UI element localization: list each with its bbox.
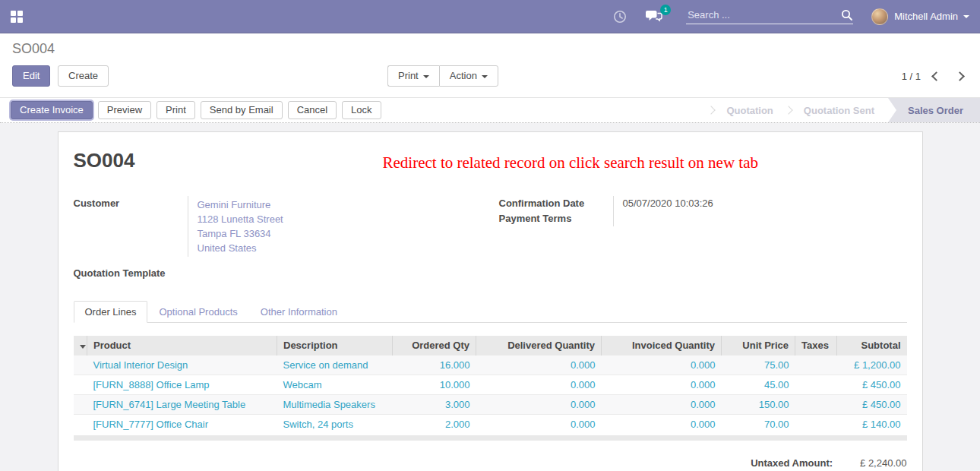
cell-subtotal[interactable]: £ 450.00 [837, 395, 907, 415]
row-expand-cell [74, 356, 87, 375]
cell-unit-price[interactable]: 75.00 [722, 356, 795, 375]
cell-product[interactable]: [FURN_7777] Office Chair [87, 415, 277, 435]
order-line-row[interactable]: [FURN_6741] Large Meeting TableMultimedi… [74, 395, 907, 415]
order-line-row[interactable]: [FURN_7777] Office ChairSwitch, 24 ports… [74, 415, 907, 435]
cell-description[interactable]: Multimedia Speakers [277, 395, 393, 415]
col-taxes[interactable]: Taxes [795, 336, 837, 356]
cell-taxes[interactable] [795, 375, 837, 395]
cell-ordered-qty[interactable]: 3.000 [393, 395, 476, 415]
order-lines-table: Product Description Ordered Qty Delivere… [74, 336, 907, 434]
col-unit-price[interactable]: Unit Price [722, 336, 795, 356]
cell-subtotal[interactable]: £ 140.00 [837, 415, 907, 435]
cell-delivered-qty[interactable]: 0.000 [476, 415, 602, 435]
status-step-label: Sales Order [908, 105, 963, 116]
confirmation-date-label: Confirmation Date [499, 196, 613, 211]
tab-other-information[interactable]: Other Information [249, 301, 349, 323]
send-by-email-button[interactable]: Send by Email [201, 101, 283, 119]
search-input[interactable] [686, 8, 841, 21]
cell-taxes[interactable] [795, 356, 837, 375]
form-statusbar: Create Invoice Preview Print Send by Ema… [0, 97, 980, 123]
cell-invoiced-qty[interactable]: 0.000 [602, 395, 722, 415]
quotation-template-value [188, 266, 499, 281]
col-subtotal[interactable]: Subtotal [837, 336, 907, 356]
pager-next-icon[interactable] [955, 71, 965, 81]
content-area: SO004 Redirect to related record on clic… [0, 123, 980, 471]
apps-menu-icon[interactable] [11, 11, 23, 23]
cell-subtotal[interactable]: £ 450.00 [837, 375, 907, 395]
row-expand-cell [74, 395, 87, 415]
control-panel-buttons-row: Edit Create Print Action 1 / 1 [12, 65, 968, 87]
messages-icon[interactable]: 1 [645, 9, 663, 24]
status-step-sales-order[interactable]: Sales Order [888, 98, 980, 122]
cancel-button[interactable]: Cancel [288, 101, 337, 119]
print-dropdown-button[interactable]: Print [387, 65, 439, 87]
customer-city: Tampa FL 33634 [198, 226, 499, 241]
lock-button[interactable]: Lock [342, 101, 381, 119]
pager-previous-icon[interactable] [931, 71, 941, 81]
cell-invoiced-qty[interactable]: 0.000 [602, 415, 722, 435]
cell-taxes[interactable] [795, 395, 837, 415]
cell-product[interactable]: [FURN_6741] Large Meeting Table [87, 395, 277, 415]
col-ordered-qty[interactable]: Ordered Qty [393, 336, 476, 356]
table-footer-strip [74, 435, 907, 441]
cell-subtotal[interactable]: £ 1,200.00 [837, 356, 907, 375]
cell-delivered-qty[interactable]: 0.000 [476, 356, 602, 375]
print-button[interactable]: Print [156, 101, 195, 119]
tab-optional-products[interactable]: Optional Products [147, 301, 248, 323]
col-product[interactable]: Product [87, 336, 277, 356]
customer-value[interactable]: Gemini Furniture 1128 Lunetta Street Tam… [188, 196, 499, 257]
order-line-row[interactable]: [FURN_8888] Office LampWebcam10.0000.000… [74, 375, 907, 395]
cell-unit-price[interactable]: 45.00 [722, 375, 795, 395]
tab-order-lines[interactable]: Order Lines [74, 301, 148, 323]
create-button[interactable]: Create [58, 65, 109, 87]
cell-product[interactable]: [FURN_8888] Office Lamp [87, 375, 277, 395]
cell-taxes[interactable] [795, 415, 837, 435]
col-description[interactable]: Description [277, 336, 393, 356]
cell-delivered-qty[interactable]: 0.000 [476, 395, 602, 415]
cell-ordered-qty[interactable]: 2.000 [393, 415, 476, 435]
status-pipeline: Quotation Quotation Sent Sales Order [710, 98, 980, 122]
order-line-row[interactable]: Virtual Interior DesignService on demand… [74, 356, 907, 375]
field-grid: Customer Gemini Furniture 1128 Lunetta S… [74, 196, 907, 281]
status-step-quotation-sent[interactable]: Quotation Sent [790, 98, 888, 122]
caret-down-icon [482, 75, 488, 78]
field-column-right: Confirmation Date 05/07/2020 10:03:26 Pa… [499, 196, 907, 281]
edit-create-group: Edit Create [12, 65, 113, 87]
col-delivered-quantity[interactable]: Delivered Quantity [476, 336, 602, 356]
user-menu[interactable]: Mitchell Admin [871, 8, 969, 25]
expand-header[interactable] [74, 336, 87, 356]
cell-description[interactable]: Switch, 24 ports [277, 415, 393, 435]
top-navbar: 1 Mitchell Admin [0, 0, 980, 33]
cell-ordered-qty[interactable]: 10.000 [393, 375, 476, 395]
edit-button[interactable]: Edit [12, 65, 50, 87]
cell-unit-price[interactable]: 70.00 [722, 415, 795, 435]
search-icon[interactable] [841, 9, 853, 21]
customer-street: 1128 Lunetta Street [198, 212, 499, 226]
payment-terms-value [613, 211, 907, 226]
customer-name[interactable]: Gemini Furniture [198, 198, 499, 212]
cell-product[interactable]: Virtual Interior Design [87, 356, 277, 375]
row-expand-cell [74, 415, 87, 435]
cell-invoiced-qty[interactable]: 0.000 [602, 375, 722, 395]
caret-down-icon [80, 345, 86, 349]
cell-unit-price[interactable]: 150.00 [722, 395, 795, 415]
totals-row: Untaxed Amount: £ 2,240.00 [74, 457, 907, 469]
cell-description[interactable]: Service on demand [277, 356, 393, 375]
preview-button[interactable]: Preview [98, 101, 151, 119]
action-dropdown-button[interactable]: Action [439, 65, 498, 87]
activities-clock-icon[interactable] [613, 10, 627, 24]
cell-delivered-qty[interactable]: 0.000 [476, 375, 602, 395]
quotation-template-label: Quotation Template [74, 266, 188, 281]
global-search [686, 8, 853, 24]
cell-ordered-qty[interactable]: 16.000 [393, 356, 476, 375]
chevron-down-icon [963, 15, 969, 18]
cell-description[interactable]: Webcam [277, 375, 393, 395]
payment-terms-label: Payment Terms [499, 211, 613, 226]
table-header-row: Product Description Ordered Qty Delivere… [74, 336, 907, 356]
col-invoiced-quantity[interactable]: Invoiced Quantity [602, 336, 722, 356]
status-step-quotation[interactable]: Quotation [713, 98, 786, 122]
breadcrumb: SO004 [12, 41, 968, 57]
cell-invoiced-qty[interactable]: 0.000 [602, 356, 722, 375]
field-customer: Customer Gemini Furniture 1128 Lunetta S… [74, 196, 499, 257]
create-invoice-button[interactable]: Create Invoice [11, 101, 93, 119]
